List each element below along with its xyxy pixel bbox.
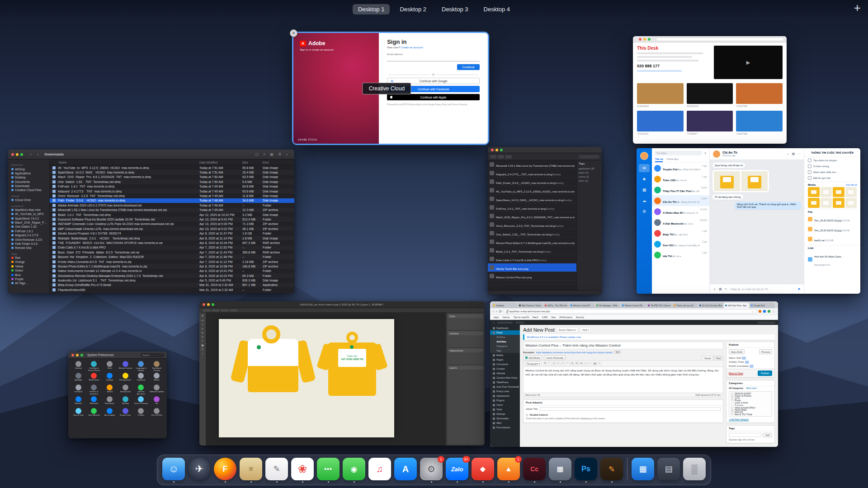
zalo-chat-item[interactable]: Trâm 128Bạn: ok em 1 giờ	[652, 174, 709, 184]
system-preferences-icon[interactable]: ⚙ 1	[420, 458, 443, 483]
transfer-row[interactable]: Minecraft 1.53.1 Mac Linux by Transformi…	[488, 160, 576, 169]
add-media-button[interactable]: Add Media	[523, 355, 542, 360]
preference-pane-item[interactable]: Spotlight	[71, 373, 86, 384]
tags-input[interactable]	[729, 433, 761, 437]
finder-sidebar-item[interactable]: SpamSieve 14.0.2	[8, 216, 49, 221]
preference-pane-item[interactable]: Language & Region	[134, 361, 149, 372]
finder-file-row[interactable]: Beyond_the_Kingdom_2_Collectors_Edition_…	[50, 254, 294, 259]
editor-toolbar-button[interactable]: ☰	[580, 362, 583, 366]
editor-toolbar-button[interactable]: —	[589, 362, 592, 366]
trash-icon[interactable]: ▒	[683, 458, 706, 483]
wp-sidebar-item[interactable]: Tools	[490, 407, 520, 412]
browser-tab[interactable]: Analytics	[492, 303, 517, 308]
tool-icon[interactable]: ▭	[201, 319, 204, 322]
category-checkbox-item[interactable]: FEATURED	[731, 409, 770, 411]
finder-sidebar-item[interactable]: Omni Remover 3.3.5	[8, 237, 49, 241]
disable-adverts-checkbox[interactable]	[526, 414, 528, 416]
category-checkbox[interactable]	[731, 399, 733, 401]
finder-file-row[interactable]: FilgustoxEnduro360 Mar 31, 2019 at 2:32 …	[50, 287, 294, 292]
tag-filter-item[interactable]: other (2)	[579, 178, 600, 183]
transfer-row[interactable]: Omni_Remover_3.3.5_TNT_Torrentmac.net.dm…	[488, 221, 576, 229]
video-thumbnail[interactable]: 4169319/19	[687, 83, 733, 108]
browser-tab[interactable]: Google Dịch	[750, 303, 775, 308]
zalo-settings-icon[interactable]: ⚙	[639, 207, 650, 216]
finder-file-row[interactable]: SpamSieve_14.0.2_MAS__HCiSO_mac-torrents…	[50, 170, 294, 174]
finder-sidebar-item[interactable]: MacX_DVD_Ripper_P…	[8, 221, 49, 225]
firefox-icon[interactable]: F	[214, 458, 236, 483]
finder-file-row[interactable]: Devolutions.Remote.Desktop.Manager.Enter…	[50, 273, 294, 278]
zalo-chat-item[interactable]: Sơn SGBạn: sáng em qua Bảy ơi 2 giờ	[652, 239, 709, 249]
category-checkbox[interactable]	[731, 393, 733, 394]
browser-menu-icon[interactable]: ⋮	[772, 310, 775, 313]
artboard[interactable]: Thanh niên GIỮ VỮNG NIỀM TIN	[219, 319, 394, 437]
play-icon[interactable]: ▶	[746, 60, 750, 66]
finder-file-row[interactable]: One_Switch_1.53__TNT_Torrentmac.net.dmg …	[50, 179, 294, 184]
desktop-tab[interactable]: Desktop 3	[436, 4, 474, 14]
preference-pane-item[interactable]: Extensions	[102, 396, 117, 407]
notes-app-icon[interactable]: ≡	[240, 458, 262, 483]
finder-file-row[interactable]: Adobe Animate 2020 v20.0.2 [TNT] mac-tor…	[50, 203, 294, 207]
category-checkbox[interactable]	[731, 409, 733, 411]
finder-sidebar-item[interactable]: FotFuse 1.6.1	[8, 229, 49, 233]
traffic-lights[interactable]	[71, 354, 83, 357]
preference-pane-item[interactable]: Displays	[102, 373, 117, 384]
prefs-search-input[interactable]: Search	[141, 353, 164, 357]
tool-icon[interactable]: ◐	[202, 339, 203, 342]
panel[interactable]: Adjustments	[448, 348, 483, 364]
publish-button[interactable]: Publish	[758, 371, 772, 376]
transfer-row[interactable]: Mission Control Plus icon.png	[488, 272, 576, 281]
finder-file-row[interactable]: Audenzito.1st_Lightroom 5.1__TNT_Torrent…	[50, 278, 294, 282]
facetime-icon[interactable]: ◉	[343, 458, 365, 483]
preference-pane-item[interactable]: Siri	[149, 396, 164, 407]
transfer-row[interactable]: Drain.Calls.it.7.4.incl.B.U.disk.PROSeed…	[488, 255, 576, 263]
preference-pane-item[interactable]: Sharing	[118, 396, 133, 407]
applications-folder-icon[interactable]: ▦	[632, 458, 654, 483]
traffic-lights[interactable]	[203, 303, 214, 306]
conversation-header-icon[interactable]: ▤	[792, 152, 795, 156]
category-checkbox-item[interactable]: Video & Audio Effect	[731, 407, 770, 408]
transfer-row[interactable]: One_Switch_1.53__TNT_Torrentmac.net.dmgS…	[488, 229, 576, 238]
shared-file-item[interactable]: banh1.rar10.61 MB	[804, 234, 860, 244]
editor-toolbar-button[interactable]: ∞	[584, 362, 588, 366]
screen-options-button[interactable]: Screen Options ▾	[557, 328, 578, 332]
creative-cloud-icon[interactable]: Cc	[523, 458, 546, 483]
preference-pane-item[interactable]: Software Update	[149, 385, 164, 395]
music-icon[interactable]: ♫	[368, 458, 391, 483]
reload-button[interactable]: ⟳	[499, 310, 502, 314]
view-all-link[interactable]: Xem tất cả	[846, 183, 857, 186]
finder-file-row[interactable]: Midnight_BetterMagic_2.0.1__HCiSO__Torre…	[50, 236, 294, 240]
extension-icon[interactable]	[759, 310, 761, 313]
add-tag-button[interactable]: Add	[763, 433, 772, 437]
preference-pane-item[interactable]: Energy Saver	[118, 373, 133, 384]
finder-file-row[interactable]: Omni_Remover_3.3.5_TNT_Torrentmac.net.dm…	[50, 193, 294, 198]
preference-pane-item[interactable]: Bluetooth	[87, 396, 102, 407]
wp-sidebar-item[interactable]: TablePress	[490, 380, 520, 385]
preference-pane-item[interactable]: Notifications	[87, 373, 102, 384]
mini-address-bar[interactable]	[656, 38, 784, 41]
video-thumbnail[interactable]: 716407568	[736, 83, 783, 108]
finder-sidebar-item[interactable]: Adguard 2.4.1773	[8, 233, 49, 237]
category-checkbox[interactable]	[731, 395, 733, 397]
save-draft-button[interactable]: Save Draft	[729, 349, 745, 354]
tool-icon[interactable]: ✛	[201, 314, 203, 317]
tool-icon[interactable]: ⌁	[202, 323, 203, 326]
editor-toolbar-button[interactable]: ≡	[557, 362, 561, 366]
zalo-chat-item[interactable]: A Nhân+Bạc BiNộ cùng tui: Chuyện trảo ch…	[652, 206, 709, 217]
editor-toolbar-button[interactable]: B	[543, 362, 547, 366]
category-checkbox[interactable]	[731, 411, 733, 413]
finder-column-header[interactable]: Date Modified	[199, 161, 242, 164]
incoming-image-message[interactable]	[712, 170, 769, 192]
finder-sidebar-item[interactable]: Yellow	[8, 264, 49, 268]
window-photoshop[interactable]: ANGKULE_ao nhom thanh quat 2 2020 @ 66.7…	[199, 301, 485, 446]
desktop-tab[interactable]: Desktop 2	[394, 4, 432, 14]
update-now-link[interactable]: WordPress 5.4.1 is available! Please upd…	[527, 336, 581, 338]
wp-sidebar-item[interactable]: Contact	[490, 366, 520, 371]
utility-app-icon[interactable]: ▦	[549, 458, 571, 483]
browser-tab[interactable]: Mac Torrents | Torren	[518, 303, 543, 308]
finder-sidebar-item[interactable]: Path Finder 9.0.6	[8, 242, 49, 246]
forward-button[interactable]: ›	[496, 310, 497, 314]
finder-file-row[interactable]: Blokit_1.0.1_TNT_Torrentmac.net.dmg Apr …	[50, 212, 294, 217]
category-checkbox-item[interactable]: MACOS	[731, 411, 770, 413]
editor-toolbar-button[interactable]: I	[548, 362, 552, 366]
finder-file-row[interactable]: 4K_YouTube_to_MP3_3.12.5_(3600)_HCiSO_ma…	[50, 165, 294, 170]
